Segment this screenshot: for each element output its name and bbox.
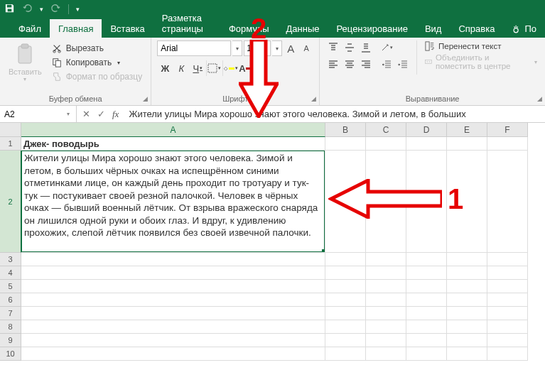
cell-f2[interactable]: [487, 151, 528, 253]
align-top-button[interactable]: [325, 40, 341, 55]
col-header-b[interactable]: B: [325, 123, 366, 137]
row-header-6[interactable]: 6: [0, 293, 21, 307]
col-header-e[interactable]: E: [447, 123, 487, 137]
svg-point-0: [514, 28, 518, 32]
row-header-10[interactable]: 10: [0, 347, 21, 361]
cell-e2[interactable]: [447, 151, 487, 253]
cell-d2[interactable]: [406, 151, 447, 253]
paste-button[interactable]: Вставить ▾: [6, 40, 45, 82]
merge-center-button[interactable]: Объединить и поместить в центре▾: [423, 53, 539, 71]
cell-c1[interactable]: [366, 137, 406, 151]
align-bottom-button[interactable]: [358, 40, 374, 55]
tab-tell-me[interactable]: По: [503, 19, 545, 38]
decrease-indent-button[interactable]: [379, 58, 394, 72]
orientation-button[interactable]: ▾: [379, 40, 394, 55]
row-header-2[interactable]: 2: [0, 151, 21, 253]
cell-c2[interactable]: [366, 151, 406, 253]
shrink-font-button[interactable]: A: [299, 40, 313, 56]
cell-a9[interactable]: [21, 334, 325, 347]
tab-formulas[interactable]: Формулы: [220, 19, 278, 38]
clipboard-dialog-launcher-icon[interactable]: ◢: [143, 95, 148, 102]
col-header-a[interactable]: A: [21, 123, 325, 137]
wrap-text-button[interactable]: Перенести текст: [423, 40, 539, 52]
font-dialog-launcher-icon[interactable]: ◢: [311, 95, 316, 102]
font-color-button[interactable]: A▾: [239, 60, 254, 76]
format-painter-button[interactable]: Формат по образцу: [49, 70, 146, 83]
cell-a10[interactable]: [21, 347, 325, 361]
name-box[interactable]: ▾: [0, 106, 77, 123]
group-label-clipboard: Буфер обмена: [49, 94, 102, 103]
redo-icon[interactable]: [50, 3, 61, 16]
italic-button[interactable]: К: [173, 60, 189, 76]
fill-color-button[interactable]: ▾: [222, 60, 238, 76]
worksheet: A B C D E F 1 Джек- поводырь 2 Жители ул…: [0, 123, 545, 361]
svg-rect-7: [208, 64, 217, 72]
cell-a7[interactable]: [21, 307, 325, 320]
underline-button[interactable]: Ч▾: [190, 60, 205, 76]
tab-page-layout[interactable]: Разметка страницы: [153, 9, 220, 38]
copy-button[interactable]: Копировать▾: [49, 56, 146, 69]
font-name-dropdown-icon[interactable]: ▾: [232, 40, 242, 56]
row-header-9[interactable]: 9: [0, 334, 21, 347]
row-header-7[interactable]: 7: [0, 307, 21, 320]
row-header-4[interactable]: 4: [0, 266, 21, 280]
bold-button[interactable]: Ж: [157, 60, 173, 76]
borders-button[interactable]: ▾: [206, 60, 222, 76]
cell-a1[interactable]: Джек- поводырь: [21, 137, 325, 151]
tab-review[interactable]: Рецензирование: [328, 19, 416, 38]
increase-indent-button[interactable]: [395, 58, 411, 72]
save-icon[interactable]: [4, 3, 15, 16]
font-size-input[interactable]: [244, 40, 271, 56]
qat-customize-icon[interactable]: ▾: [76, 6, 80, 13]
align-right-button[interactable]: [358, 58, 374, 72]
cut-button[interactable]: Вырезать: [49, 42, 146, 55]
cell-a2[interactable]: Жители улицы Мира хорошо знают этого чел…: [21, 151, 325, 253]
group-alignment: ▾ Перенести текст Объединить: [320, 38, 545, 105]
group-label-font: Шрифт: [222, 94, 248, 103]
cell-f1[interactable]: [487, 137, 528, 151]
svg-rect-6: [55, 60, 60, 67]
cell-a6[interactable]: [21, 293, 325, 307]
name-box-input[interactable]: [0, 107, 64, 121]
align-center-button[interactable]: [342, 58, 357, 72]
name-box-dropdown-icon[interactable]: ▾: [64, 111, 72, 117]
group-clipboard: Вставить ▾ Вырезать Копировать▾ Формат п…: [0, 38, 151, 105]
tab-insert[interactable]: Вставка: [102, 19, 153, 38]
align-left-button[interactable]: [325, 58, 341, 72]
row-header-1[interactable]: 1: [0, 137, 21, 151]
tab-file[interactable]: Файл: [10, 19, 50, 38]
col-header-c[interactable]: C: [366, 123, 406, 137]
cell-a3[interactable]: [21, 253, 325, 266]
tab-help[interactable]: Справка: [450, 19, 503, 38]
cell-b2[interactable]: [325, 151, 366, 253]
select-all-corner[interactable]: [0, 123, 21, 137]
cancel-formula-icon[interactable]: ✕: [82, 109, 90, 119]
cell-e1[interactable]: [447, 137, 487, 151]
cell-d1[interactable]: [406, 137, 447, 151]
tab-home[interactable]: Главная: [50, 19, 102, 38]
cell-a5[interactable]: [21, 280, 325, 293]
group-label-alignment: Выравнивание: [406, 94, 460, 103]
svg-rect-8: [426, 42, 429, 50]
row-header-3[interactable]: 3: [0, 253, 21, 266]
tab-data[interactable]: Данные: [278, 19, 328, 38]
group-font: ▾ ▾ A A Ж К Ч▾ ▾ ▾ A▾ Шрифт◢: [151, 38, 320, 105]
alignment-dialog-launcher-icon[interactable]: ◢: [537, 95, 542, 102]
font-size-dropdown-icon[interactable]: ▾: [272, 40, 282, 56]
undo-icon[interactable]: [22, 3, 33, 16]
col-header-f[interactable]: F: [487, 123, 528, 137]
row-header-5[interactable]: 5: [0, 280, 21, 293]
cell-a8[interactable]: [21, 320, 325, 334]
align-middle-button[interactable]: [342, 40, 357, 55]
col-header-d[interactable]: D: [406, 123, 447, 137]
undo-dropdown-icon[interactable]: ▾: [40, 6, 43, 13]
row-header-8[interactable]: 8: [0, 320, 21, 334]
fx-icon[interactable]: fx: [112, 109, 119, 120]
font-name-input[interactable]: [157, 40, 231, 56]
cell-a4[interactable]: [21, 266, 325, 280]
tab-view[interactable]: Вид: [416, 19, 450, 38]
formula-input[interactable]: [124, 107, 545, 121]
cell-b1[interactable]: [325, 137, 366, 151]
grow-font-button[interactable]: A: [284, 40, 298, 56]
enter-formula-icon[interactable]: ✓: [97, 109, 105, 119]
